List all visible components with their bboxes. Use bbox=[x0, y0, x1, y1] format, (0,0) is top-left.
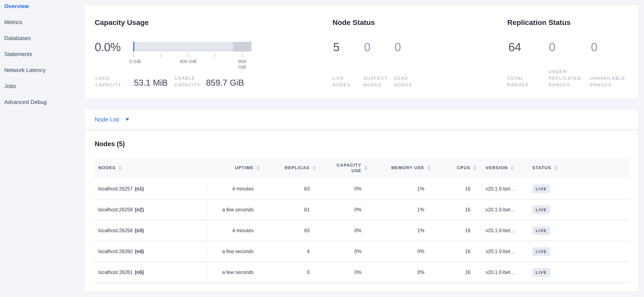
capacity-axis-labels: 0 GiB 400 GiB 800 GiB bbox=[133, 59, 252, 65]
table-row-n1[interactable]: localhost:26257(n1) 4 minutes 63 0% 1% 1… bbox=[94, 179, 630, 199]
column-header-capacity-use[interactable]: CAPACITY USE bbox=[317, 157, 369, 179]
sidebar-item-metrics[interactable]: Metrics bbox=[0, 14, 83, 30]
version-cell: v20.1.0-bet… bbox=[478, 220, 532, 241]
sort-icon bbox=[118, 166, 122, 170]
status-cell: LIVE bbox=[532, 199, 630, 220]
uptime-cell: a few seconds bbox=[207, 262, 261, 283]
uptime-cell: a few seconds bbox=[207, 241, 261, 262]
sidebar-item-jobs[interactable]: Jobs bbox=[0, 78, 83, 94]
axis-label-400gib: 400 GiB bbox=[180, 59, 196, 64]
column-header-nodes[interactable]: NODES bbox=[94, 157, 207, 179]
status-badge: LIVE bbox=[532, 205, 550, 214]
capacity-use-cell: 0% bbox=[317, 220, 369, 241]
table-row-n4[interactable]: localhost:26260(n4) a few seconds 4 0% 0… bbox=[94, 241, 630, 262]
dead-nodes-label: DEAD NODES bbox=[394, 75, 420, 88]
nodes-table-title: Nodes (5) bbox=[95, 140, 125, 148]
suspect-nodes-label: SUSPECT NODES bbox=[363, 75, 394, 88]
capacity-usage-bar bbox=[133, 42, 252, 51]
cpus-cell: 16 bbox=[432, 220, 478, 241]
nodes-table-header: NODES UPTIME REPLICAS CAPACITY USE MEMOR… bbox=[94, 157, 630, 179]
sidebar-item-statements[interactable]: Statements bbox=[0, 46, 83, 62]
axis-label-800gib: 800 GiB bbox=[238, 59, 247, 70]
unavailable-label: UNAVAILABLE RANGES bbox=[590, 75, 634, 88]
table-row-n2[interactable]: localhost:26259(n2) a few seconds 61 0% … bbox=[94, 199, 630, 220]
suspect-nodes-count: 0 bbox=[364, 41, 370, 53]
under-replicated-count: 0 bbox=[549, 41, 555, 53]
capacity-axis-ticks bbox=[133, 54, 252, 57]
version-cell: v20.1.0-bet… bbox=[478, 241, 532, 262]
column-header-status[interactable]: STATUS bbox=[532, 157, 630, 179]
table-row-n5[interactable]: localhost:26261(n5) a few seconds 0 0% 0… bbox=[94, 262, 630, 283]
version-cell: v20.1.0-bet… bbox=[478, 262, 532, 283]
column-header-cpus[interactable]: CPUS bbox=[432, 157, 478, 179]
capacity-bar-other-segment bbox=[233, 42, 252, 51]
replicas-cell: 0 bbox=[261, 262, 317, 283]
capacity-use-cell: 0% bbox=[317, 199, 369, 220]
sidebar-item-databases[interactable]: Databases bbox=[0, 30, 83, 46]
cpus-cell: 16 bbox=[432, 179, 478, 199]
capacity-used-percent: 0.0% bbox=[95, 41, 120, 53]
capacity-use-cell: 0% bbox=[317, 179, 369, 199]
used-capacity-label: USED CAPACITY bbox=[95, 75, 133, 88]
axis-label-0gib: 0 GiB bbox=[130, 59, 141, 64]
column-header-version[interactable]: VERSION bbox=[478, 157, 532, 179]
sidebar-item-network-latency[interactable]: Network Latency bbox=[0, 62, 83, 78]
column-header-memory-use[interactable]: MEMORY USE bbox=[369, 157, 432, 179]
total-ranges-count: 64 bbox=[508, 41, 521, 53]
sort-icon bbox=[364, 166, 368, 170]
node-list-dropdown-label: Node List bbox=[95, 116, 119, 123]
node-address: localhost:26257(n1) bbox=[94, 179, 207, 199]
status-cell: LIVE bbox=[532, 241, 630, 262]
replicas-cell: 4 bbox=[261, 241, 317, 262]
column-header-uptime[interactable]: UPTIME bbox=[207, 157, 261, 179]
nodes-table-body: localhost:26257(n1) 4 minutes 63 0% 1% 1… bbox=[94, 179, 630, 283]
sort-icon bbox=[554, 166, 557, 170]
capacity-use-cell: 0% bbox=[317, 262, 369, 283]
usable-capacity-value: 859.7 GiB bbox=[206, 78, 244, 88]
uptime-cell: 4 minutes bbox=[207, 220, 261, 241]
version-cell: v20.1.0-bet… bbox=[478, 199, 532, 220]
node-list-dropdown[interactable]: Node List bbox=[95, 109, 129, 130]
version-cell: v20.1.0-bet… bbox=[478, 179, 532, 199]
replication-status-title: Replication Status bbox=[507, 18, 571, 27]
memory-use-cell: 0% bbox=[369, 241, 432, 262]
capacity-usage-title: Capacity Usage bbox=[95, 18, 149, 27]
replicas-cell: 61 bbox=[261, 199, 317, 220]
table-row-n3[interactable]: localhost:26258(n3) 4 minutes 63 0% 1% 1… bbox=[94, 220, 630, 241]
node-address: localhost:26258(n3) bbox=[94, 220, 207, 241]
nodes-table: NODES UPTIME REPLICAS CAPACITY USE MEMOR… bbox=[94, 157, 630, 283]
sort-icon bbox=[312, 166, 316, 170]
replicas-cell: 63 bbox=[261, 179, 317, 199]
used-capacity-value: 53.1 MiB bbox=[134, 78, 168, 88]
sort-icon bbox=[256, 166, 260, 170]
sidebar-item-overview[interactable]: Overview bbox=[0, 0, 83, 14]
uptime-cell: a few seconds bbox=[207, 199, 261, 220]
status-badge: LIVE bbox=[532, 268, 550, 277]
nodes-table-card: Nodes (5) NODES UPTIME REPLICAS CAPACITY… bbox=[85, 130, 638, 292]
memory-use-cell: 1% bbox=[369, 179, 432, 199]
live-nodes-count: 5 bbox=[333, 41, 340, 53]
node-status-title: Node Status bbox=[332, 18, 375, 27]
capacity-bar-used-segment bbox=[133, 42, 134, 51]
column-header-replicas[interactable]: REPLICAS bbox=[261, 157, 317, 179]
node-address: localhost:26260(n4) bbox=[94, 241, 207, 262]
capacity-use-cell: 0% bbox=[317, 241, 369, 262]
status-badge: LIVE bbox=[532, 226, 550, 235]
sort-icon bbox=[427, 166, 430, 170]
memory-use-cell: 1% bbox=[369, 220, 432, 241]
cpus-cell: 16 bbox=[432, 199, 478, 220]
cpus-cell: 16 bbox=[432, 241, 478, 262]
status-cell: LIVE bbox=[532, 179, 630, 199]
status-cell: LIVE bbox=[532, 220, 630, 241]
chevron-down-icon bbox=[126, 118, 129, 121]
sidebar-item-advanced-debug[interactable]: Advanced Debug bbox=[0, 94, 83, 110]
uptime-cell: 4 minutes bbox=[207, 179, 261, 199]
total-ranges-label: TOTAL RANGES bbox=[507, 75, 535, 88]
under-replicated-label: UNDER-REPLICATED RANGES bbox=[548, 68, 588, 88]
status-badge: LIVE bbox=[532, 185, 550, 193]
memory-use-cell: 0% bbox=[369, 262, 432, 283]
status-cell: LIVE bbox=[532, 262, 630, 283]
node-address: localhost:26261(n5) bbox=[94, 262, 207, 283]
unavailable-count: 0 bbox=[591, 41, 597, 53]
replicas-cell: 63 bbox=[261, 220, 317, 241]
